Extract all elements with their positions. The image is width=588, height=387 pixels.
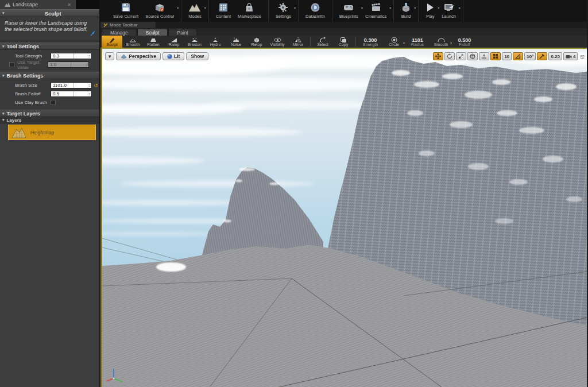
tool-settings-header[interactable]: ▾ Tool Settings (0, 42, 99, 50)
dropdown-arrow-icon[interactable]: ▾ (204, 6, 206, 10)
tool-visibility[interactable]: Visibility (267, 36, 288, 48)
layer-name: Heightmap (30, 130, 54, 136)
rotation-snap-button[interactable] (513, 52, 523, 60)
spinner-icon[interactable]: ↕ (88, 83, 92, 87)
tool-strength-input[interactable]: 0.3 ↕ (51, 53, 92, 59)
tool-flatten[interactable]: Flatten (143, 36, 164, 48)
lit-button[interactable]: Lit (163, 52, 184, 60)
spinner-icon[interactable]: ↕ (88, 92, 92, 96)
falloff-shape-button[interactable]: Smooth ▾ (430, 37, 452, 47)
marketplace-button[interactable]: Marketplace (234, 0, 265, 22)
content-button[interactable]: Content (212, 0, 234, 22)
grid-snap-button[interactable] (490, 52, 501, 60)
launch-icon (443, 2, 455, 13)
tab-sculpt[interactable]: Sculpt (137, 29, 168, 36)
tool-mirror[interactable]: Mirror (288, 36, 308, 48)
tool-copy[interactable]: Copy (333, 36, 354, 48)
layers-subheader[interactable]: ▾ Layers (0, 117, 99, 123)
brush-falloff-input[interactable]: 0.5 ↕ (51, 91, 92, 97)
layer-item-heightmap[interactable]: Heightmap (8, 125, 96, 140)
brush-settings-header[interactable]: ▾ Brush Settings (0, 72, 99, 79)
tool-strength-row: Tool Strength 0.3 ↕ (0, 52, 99, 60)
tool-select[interactable]: Select (312, 36, 333, 48)
rotation-snap-value[interactable]: 10° (524, 52, 536, 60)
perspective-label: Perspective (129, 53, 156, 59)
scale-snap-button[interactable] (537, 52, 547, 60)
cinematics-button[interactable]: Cinematics ▾ (362, 0, 390, 22)
tool-sculpt[interactable]: Sculpt (102, 36, 122, 48)
tool-smooth[interactable]: Smooth (122, 36, 143, 48)
dropdown-arrow-icon[interactable]: ▾ (403, 41, 405, 45)
viewport-options-button[interactable]: ▾ (105, 52, 114, 60)
marketplace-icon (245, 2, 254, 13)
datasmith-button[interactable]: Datasmith (302, 0, 328, 22)
strength-setting[interactable]: 0.300 Strength (358, 37, 383, 47)
brush-size-input[interactable]: 1101.0 ↕ (51, 82, 92, 88)
dropdown-arrow-icon[interactable]: ▾ (450, 41, 452, 45)
viewport-topleft-controls: ▾ Perspective Lit Show (105, 52, 208, 60)
tool-settings-body: Tool Strength 0.3 ↕ Use Target Value 1.0… (0, 50, 99, 72)
brush-settings-title: Brush Settings (7, 73, 44, 79)
launch-button[interactable]: Launch ▾ (438, 0, 459, 22)
dropdown-arrow-icon[interactable]: ▾ (294, 6, 296, 10)
tool-noise[interactable]: Noise (226, 36, 246, 48)
dropdown-arrow-icon: ▾ (109, 53, 111, 59)
perspective-button[interactable]: Perspective (116, 52, 161, 60)
mode-toolbar-tab[interactable]: Mode Toolbar (100, 22, 156, 28)
use-target-value-checkbox[interactable] (9, 62, 14, 67)
use-target-value-row: Use Target Value 1.0 ↕ (0, 60, 99, 69)
brush-falloff-row: Brush Falloff 0.5 ↕ (0, 90, 99, 98)
tool-hydro[interactable]: Hydro (205, 36, 226, 48)
strength-label: Strength (363, 42, 378, 47)
dropdown-arrow-icon[interactable]: ▾ (389, 6, 391, 10)
tool-description: Raise or lower the Landscape using the s… (0, 17, 99, 42)
modes-button[interactable]: Modes ▾ (185, 0, 205, 22)
radius-label: Radius (411, 42, 424, 47)
use-clay-brush-label: Use Clay Brush (15, 100, 51, 105)
use-clay-brush-checkbox[interactable] (51, 100, 56, 105)
build-button[interactable]: Build ▾ (397, 0, 415, 22)
camera-speed-button[interactable]: 4 (563, 52, 578, 60)
dropdown-arrow-icon[interactable]: ▾ (459, 6, 461, 10)
tool-retop[interactable]: Retop (246, 36, 267, 48)
landscape-panel: Landscape ✕ ▾ Sculpt Raise or lower the … (0, 0, 100, 387)
lit-icon (167, 54, 172, 59)
tool-strength-value: 0.3 (51, 53, 74, 59)
source-control-button[interactable]: Source Control ▾ (142, 0, 177, 22)
rotate-tool-button[interactable] (444, 52, 455, 60)
use-target-value-value: 1.0 (48, 62, 71, 67)
scale-tool-button[interactable] (456, 52, 466, 60)
target-layers-header[interactable]: ▾ Target Layers (0, 110, 99, 117)
scale-snap-value[interactable]: 0.25 (548, 52, 562, 60)
surface-snap-button[interactable] (479, 52, 489, 60)
reset-to-default-icon[interactable]: ↺ (94, 83, 98, 88)
show-button[interactable]: Show (186, 52, 208, 60)
close-icon[interactable]: ✕ (67, 2, 71, 7)
level-viewport[interactable]: ▾ Perspective Lit Show (100, 48, 587, 387)
maximize-viewport-icon[interactable]: ◱ (580, 54, 585, 59)
tool-erosion[interactable]: Erosion (184, 36, 205, 48)
tab-paint[interactable]: Paint (168, 29, 196, 36)
use-clay-brush-row: Use Clay Brush (0, 98, 99, 107)
settings-button[interactable]: Settings ▾ (272, 0, 295, 22)
radius-setting[interactable]: 1101 Radius (405, 37, 430, 47)
sculpt-header[interactable]: ▾ Sculpt (0, 9, 99, 17)
tool-ramp[interactable]: Ramp (164, 36, 184, 48)
build-icon (401, 2, 411, 13)
perspective-icon (121, 54, 127, 59)
collapse-icon[interactable]: ▾ (0, 11, 7, 16)
spinner-icon[interactable]: ↕ (88, 54, 92, 58)
brush-shape-button[interactable]: Circle ▾ (383, 37, 405, 47)
world-coordinate-button[interactable] (467, 52, 478, 60)
dropdown-arrow-icon[interactable]: ▾ (177, 6, 179, 10)
falloff-setting[interactable]: 0.500 Falloff (452, 37, 477, 47)
blueprints-button[interactable]: Blueprints ▾ (336, 0, 362, 22)
save-current-button[interactable]: Save Current (110, 0, 142, 22)
editor-main-area: Save Current Source Control ▾ Modes ▾ (100, 0, 587, 387)
tab-landscape[interactable]: Landscape ✕ (0, 0, 76, 9)
play-button[interactable]: Play ▾ (422, 0, 438, 22)
grid-snap-value[interactable]: 10 (502, 52, 512, 60)
tab-manage[interactable]: Manage (102, 29, 137, 36)
dropdown-arrow-icon[interactable]: ▾ (414, 6, 416, 10)
translate-tool-button[interactable] (433, 52, 443, 60)
